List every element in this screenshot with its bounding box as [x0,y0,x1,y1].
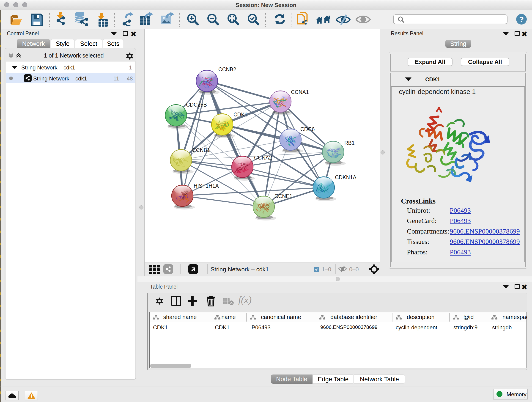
svg-text:CCNB2: CCNB2 [218,66,236,72]
svg-text:CCNE1: CCNE1 [274,193,292,199]
svg-text:CDK1: CDK1 [234,112,247,118]
svg-text:HIST1H1A: HIST1H1A [194,183,219,189]
svg-text:CDKN1A: CDKN1A [335,174,356,180]
svg-text:CDC25B: CDC25B [186,102,207,108]
svg-text:CCNA2: CCNA2 [254,155,272,161]
svg-text:CDC6: CDC6 [300,126,315,132]
svg-text:CCNA1: CCNA1 [291,89,309,95]
svg-text:CCNB1: CCNB1 [192,147,210,153]
svg-text:RB1: RB1 [344,140,355,146]
